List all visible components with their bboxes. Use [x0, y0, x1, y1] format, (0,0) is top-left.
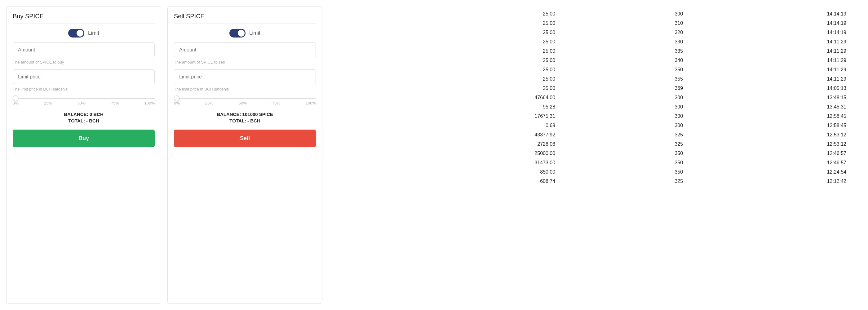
trade-time: 13:48:15 — [689, 93, 852, 102]
trade-time: 12:46:57 — [689, 149, 852, 158]
trades-section: 25.00 300 14:14:19 25.00 310 14:14:19 25… — [329, 6, 862, 304]
table-row: 25000.00 350 12:46:57 — [338, 149, 852, 158]
trade-amount: 25.00 — [338, 84, 561, 93]
trade-price: 325 — [561, 177, 689, 186]
sell-limit-toggle[interactable] — [229, 29, 246, 37]
table-row: 31473.00 350 12:46:57 — [338, 158, 852, 167]
trades-table: 25.00 300 14:14:19 25.00 310 14:14:19 25… — [338, 9, 852, 186]
trade-amount: 850.00 — [338, 167, 561, 177]
sell-price-input[interactable] — [174, 69, 316, 84]
trade-time: 12:12:42 — [689, 177, 852, 186]
trade-time: 13:45:31 — [689, 102, 852, 112]
sell-price-hint: The limit price in BCH satoshis — [174, 87, 316, 91]
trade-price: 325 — [561, 140, 689, 149]
sell-button[interactable]: Sell — [174, 130, 316, 147]
trade-amount: 25.00 — [338, 46, 561, 56]
buy-toggle-row: Limit — [13, 29, 155, 37]
trade-amount: 17675.31 — [338, 112, 561, 121]
trade-price: 340 — [561, 56, 689, 65]
buy-balance-section: BALANCE: 0 BCH TOTAL: - BCH — [13, 112, 155, 123]
trade-amount: 25.00 — [338, 37, 561, 46]
table-row: 25.00 340 14:11:29 — [338, 56, 852, 65]
table-row: 608.74 325 12:12:42 — [338, 177, 852, 186]
trade-price: 300 — [561, 112, 689, 121]
trade-amount: 608.74 — [338, 177, 561, 186]
trade-amount: 25.00 — [338, 65, 561, 74]
trade-time: 14:14:19 — [689, 19, 852, 28]
trade-amount: 25.00 — [338, 28, 561, 37]
trade-price: 320 — [561, 28, 689, 37]
trade-price: 369 — [561, 84, 689, 93]
buy-button[interactable]: Buy — [13, 130, 155, 147]
trade-time: 12:58:45 — [689, 112, 852, 121]
buy-amount-hint: The amount of SPICE to buy — [13, 60, 155, 64]
table-row: 25.00 300 14:14:19 — [338, 9, 852, 19]
trade-time: 14:14:19 — [689, 9, 852, 19]
trade-time: 12:53:12 — [689, 140, 852, 149]
sell-balance: BALANCE: 101000 SPICE — [174, 112, 316, 117]
trade-time: 14:11:29 — [689, 65, 852, 74]
sell-slider-labels: 0% 25% 50% 75% 100% — [174, 101, 316, 105]
trade-price: 330 — [561, 37, 689, 46]
table-row: 850.00 350 12:24:54 — [338, 167, 852, 177]
trade-amount: 95.28 — [338, 102, 561, 112]
table-row: 25.00 355 14:11:29 — [338, 74, 852, 84]
trade-price: 350 — [561, 167, 689, 177]
trade-price: 325 — [561, 130, 689, 140]
table-row: 47664.00 300 13:48:15 — [338, 93, 852, 102]
sell-panel-title: Sell SPICE — [174, 13, 316, 24]
trade-time: 14:11:29 — [689, 74, 852, 84]
trade-price: 350 — [561, 149, 689, 158]
trade-amount: 47664.00 — [338, 93, 561, 102]
trade-time: 12:46:57 — [689, 158, 852, 167]
sell-amount-input[interactable] — [174, 42, 316, 57]
sell-total: TOTAL: - BCH — [174, 118, 316, 123]
sell-slider-container: 0% 25% 50% 75% 100% — [174, 98, 316, 105]
buy-total: TOTAL: - BCH — [13, 118, 155, 123]
trade-amount: 25.00 — [338, 74, 561, 84]
buy-price-input[interactable] — [13, 69, 155, 84]
trade-amount: 31473.00 — [338, 158, 561, 167]
trade-time: 12:53:12 — [689, 130, 852, 140]
trade-amount: 25.00 — [338, 19, 561, 28]
trade-time: 12:24:54 — [689, 167, 852, 177]
trade-price: 350 — [561, 158, 689, 167]
buy-amount-input[interactable] — [13, 42, 155, 57]
trade-time: 12:58:45 — [689, 121, 852, 130]
trade-amount: 2728.08 — [338, 140, 561, 149]
buy-limit-label: Limit — [88, 30, 99, 36]
buy-balance: BALANCE: 0 BCH — [13, 112, 155, 117]
table-row: 25.00 320 14:14:19 — [338, 28, 852, 37]
table-row: 95.28 300 13:45:31 — [338, 102, 852, 112]
buy-slider-container: 0% 25% 50% 75% 100% — [13, 98, 155, 105]
table-row: 25.00 369 14:05:13 — [338, 84, 852, 93]
trade-amount: 25000.00 — [338, 149, 561, 158]
trade-price: 350 — [561, 65, 689, 74]
trade-price: 300 — [561, 93, 689, 102]
trade-price: 300 — [561, 102, 689, 112]
buy-panel: Buy SPICE Limit The amount of SPICE to b… — [6, 6, 161, 304]
sell-slider[interactable] — [174, 98, 316, 99]
trade-amount: 25.00 — [338, 56, 561, 65]
table-row: 25.00 330 14:11:29 — [338, 37, 852, 46]
trade-price: 355 — [561, 74, 689, 84]
sell-balance-section: BALANCE: 101000 SPICE TOTAL: - BCH — [174, 112, 316, 123]
buy-slider[interactable] — [13, 98, 155, 99]
buy-price-hint: The limit price in BCH satoshis — [13, 87, 155, 91]
trade-time: 14:05:13 — [689, 84, 852, 93]
trade-price: 335 — [561, 46, 689, 56]
sell-limit-label: Limit — [249, 30, 260, 36]
table-row: 25.00 310 14:14:19 — [338, 19, 852, 28]
trade-price: 300 — [561, 121, 689, 130]
table-row: 25.00 335 14:11:29 — [338, 46, 852, 56]
sell-toggle-row: Limit — [174, 29, 316, 37]
trade-amount: 0.69 — [338, 121, 561, 130]
buy-limit-toggle[interactable] — [68, 29, 84, 37]
table-row: 2728.08 325 12:53:12 — [338, 140, 852, 149]
trade-amount: 43377.92 — [338, 130, 561, 140]
sell-amount-hint: The amount of SPICE to sell — [174, 60, 316, 64]
trade-price: 310 — [561, 19, 689, 28]
table-row: 17675.31 300 12:58:45 — [338, 112, 852, 121]
table-row: 25.00 350 14:11:29 — [338, 65, 852, 74]
trade-amount: 25.00 — [338, 9, 561, 19]
